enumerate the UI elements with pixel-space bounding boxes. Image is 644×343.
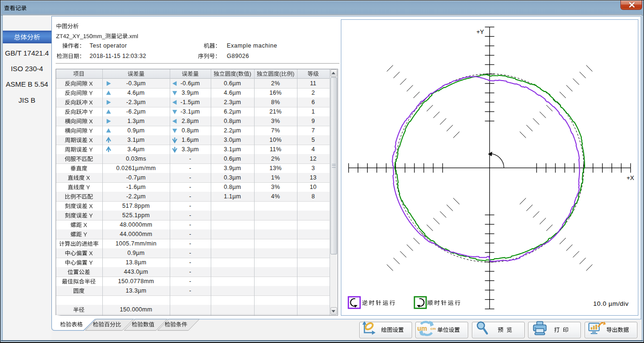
svg-text:+X: +X <box>627 174 634 181</box>
svg-text:cm: cm <box>430 327 436 331</box>
svg-text:+Y: +Y <box>476 28 484 35</box>
svg-text:10.0 µm/div: 10.0 µm/div <box>593 300 628 307</box>
svg-text:um: um <box>417 325 427 332</box>
